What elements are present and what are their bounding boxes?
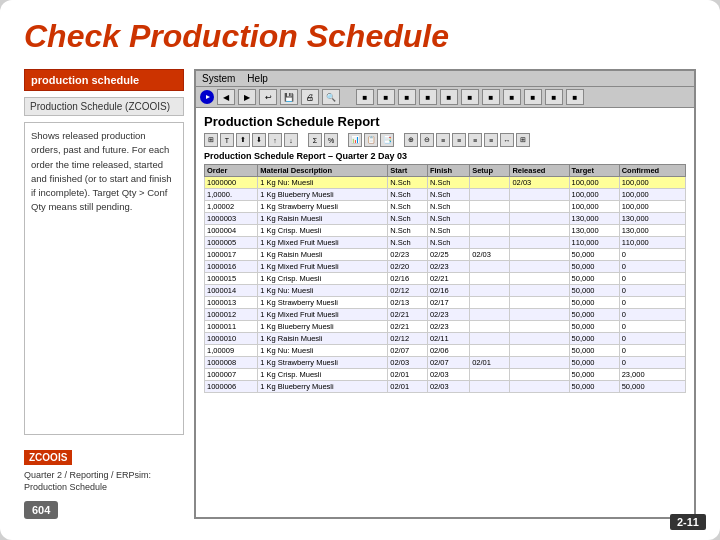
table-body: 10000001 Kg Nu: MuesliN.SchN.Sch02/03100… [205,177,686,393]
cell-order: 1000000 [205,177,258,189]
icon-row-14[interactable]: ≡ [436,133,450,147]
icon-row-12[interactable]: ⊕ [404,133,418,147]
table-row: 10000161 Kg Mixed Fruit Muesli02/2002/23… [205,261,686,273]
toolbar-btn-14[interactable]: ■ [545,89,563,105]
sap-window: System Help ◀ ▶ ↩ 💾 🖨 🔍 ■ ■ ■ ■ ■ [194,69,696,519]
cell-confirmed: 130,000 [619,213,685,225]
table-row: 10000071 Kg Crisp. Muesli02/0102/0350,00… [205,369,686,381]
toolbar-btn-3[interactable]: ↩ [259,89,277,105]
cell-desc: 1 Kg Strawberry Muesli [258,297,388,309]
icon-row-5[interactable]: ↑ [268,133,282,147]
table-row: 10000081 Kg Strawberry Muesli02/0302/070… [205,357,686,369]
zcoois-section: ZCOOIS Quarter 2 / Reporting / ERPsim: P… [24,447,184,519]
cell-order: 1000016 [205,261,258,273]
toolbar-btn-9[interactable]: ■ [440,89,458,105]
icon-row-7[interactable]: Σ [308,133,322,147]
col-target: Target [569,165,619,177]
cell-target: 50,000 [569,333,619,345]
icon-row-11[interactable]: 📑 [380,133,394,147]
toolbar-btn-15[interactable]: ■ [566,89,584,105]
content-area: production schedule Production Schedule … [24,69,696,519]
cell-finish: 02/23 [427,309,469,321]
icon-row-6[interactable]: ↓ [284,133,298,147]
cell-desc: 1 Kg Mixed Fruit Muesli [258,261,388,273]
icon-row-17[interactable]: ≡ [484,133,498,147]
toolbar-btn-6[interactable]: ■ [377,89,395,105]
cell-finish: N.Sch [427,237,469,249]
icon-row-1[interactable]: ⊞ [204,133,218,147]
quarter-label: Production Schedule Report – Quarter 2 D… [204,151,686,161]
icon-row-16[interactable]: ≡ [468,133,482,147]
toolbar-btn-print[interactable]: 🖨 [301,89,319,105]
cell-target: 50,000 [569,249,619,261]
cell-target: 50,000 [569,345,619,357]
table-row: 10000101 Kg Raisin Muesli02/1202/1150,00… [205,333,686,345]
cell-finish: N.Sch [427,225,469,237]
toolbar-btn-1[interactable]: ◀ [217,89,235,105]
cell-order: 1000003 [205,213,258,225]
cell-start: 02/23 [388,249,428,261]
toolbar-btn-13[interactable]: ■ [524,89,542,105]
cell-finish: 02/16 [427,285,469,297]
cell-desc: 1 Kg Blueberry Muesli [258,381,388,393]
sap-second-toolbar: ⊞ T ⬆ ⬇ ↑ ↓ Σ % 📊 📋 📑 ⊕ ⊖ ≡ [204,133,686,147]
toolbar-btn-12[interactable]: ■ [503,89,521,105]
table-row: 10000001 Kg Nu: MuesliN.SchN.Sch02/03100… [205,177,686,189]
icon-row-18[interactable]: ↔ [500,133,514,147]
cell-finish: 02/17 [427,297,469,309]
toolbar-btn-8[interactable]: ■ [419,89,437,105]
icon-row-2[interactable]: T [220,133,234,147]
icon-row-10[interactable]: 📋 [364,133,378,147]
cell-target: 50,000 [569,261,619,273]
toolbar-btn-5[interactable]: ■ [356,89,374,105]
prod-schedule-label: production schedule [24,69,184,91]
cell-released [510,261,569,273]
icon-row-9[interactable]: 📊 [348,133,362,147]
prod-schedule-subtitle: Production Schedule (ZCOOIS) [24,97,184,116]
col-start: Start [388,165,428,177]
menu-system[interactable]: System [202,73,235,84]
toolbar-btn-11[interactable]: ■ [482,89,500,105]
sap-circle-btn[interactable] [200,90,214,104]
cell-target: 50,000 [569,381,619,393]
cell-target: 50,000 [569,369,619,381]
cell-finish: 02/23 [427,321,469,333]
icon-row-19[interactable]: ⊞ [516,133,530,147]
icon-row-3[interactable]: ⬆ [236,133,250,147]
cell-released [510,273,569,285]
cell-confirmed: 100,000 [619,201,685,213]
cell-start: 02/12 [388,285,428,297]
toolbar-btn-find[interactable]: 🔍 [322,89,340,105]
icon-row-4[interactable]: ⬇ [252,133,266,147]
cell-setup [470,177,510,189]
slide-number: 2-11 [670,514,706,530]
cell-target: 50,000 [569,357,619,369]
cell-start: N.Sch [388,213,428,225]
cell-finish: N.Sch [427,201,469,213]
sap-report-title: Production Schedule Report [204,114,686,129]
cell-released [510,201,569,213]
cell-order: 1000012 [205,309,258,321]
toolbar-btn-2[interactable]: ▶ [238,89,256,105]
cell-released [510,225,569,237]
table-row: 10000061 Kg Blueberry Muesli02/0102/0350… [205,381,686,393]
icon-row-13[interactable]: ⊖ [420,133,434,147]
col-released: Released [510,165,569,177]
cell-order: 1000007 [205,369,258,381]
toolbar-btn-10[interactable]: ■ [461,89,479,105]
cell-released [510,381,569,393]
cell-target: 50,000 [569,321,619,333]
cell-setup [470,297,510,309]
toolbar-btn-save[interactable]: 💾 [280,89,298,105]
icon-row-8[interactable]: % [324,133,338,147]
cell-order: 1000006 [205,381,258,393]
cell-confirmed: 23,000 [619,369,685,381]
cell-confirmed: 0 [619,273,685,285]
cell-desc: 1 Kg Raisin Muesli [258,249,388,261]
code-badge: 604 [24,501,58,519]
icon-row-15[interactable]: ≡ [452,133,466,147]
cell-finish: N.Sch [427,177,469,189]
cell-confirmed: 0 [619,333,685,345]
menu-help[interactable]: Help [247,73,268,84]
toolbar-btn-7[interactable]: ■ [398,89,416,105]
